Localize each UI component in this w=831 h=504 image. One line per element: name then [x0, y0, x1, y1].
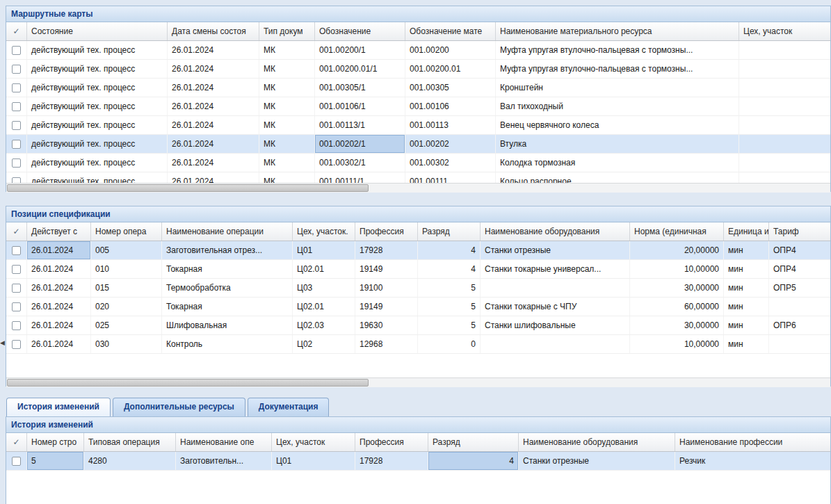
- cell[interactable]: мин: [724, 298, 769, 316]
- cell[interactable]: Ц03: [293, 279, 355, 297]
- cell[interactable]: [739, 41, 830, 59]
- column-header[interactable]: Профессия: [355, 222, 418, 241]
- hscrollbar-thumb[interactable]: [7, 184, 369, 192]
- cell[interactable]: действующий тех. процесс: [27, 41, 168, 59]
- cell[interactable]: 001.00106: [405, 97, 496, 115]
- cell[interactable]: 12968: [355, 335, 418, 353]
- cell[interactable]: [481, 335, 630, 353]
- column-header[interactable]: Наименование опе: [176, 433, 272, 451]
- table-row[interactable]: действующий тех. процесс26.01.2024МК001.…: [6, 97, 830, 116]
- cell[interactable]: 0: [418, 335, 481, 353]
- cell[interactable]: Ц02.01: [293, 298, 355, 316]
- cell[interactable]: Ц01: [272, 452, 355, 470]
- cell[interactable]: 20,00000: [630, 241, 724, 259]
- cell[interactable]: 26.01.2024: [168, 79, 259, 97]
- cell[interactable]: МК: [259, 172, 315, 183]
- column-header[interactable]: Обозначение мате: [405, 22, 496, 40]
- cell[interactable]: 26.01.2024: [168, 97, 259, 115]
- cell[interactable]: Ц01: [293, 241, 355, 259]
- cell[interactable]: Венец червячного колеса: [496, 116, 739, 134]
- cell[interactable]: действующий тех. процесс: [27, 60, 168, 78]
- cell[interactable]: [769, 298, 830, 316]
- table-row[interactable]: 26.01.2024020ТокарнаяЦ02.01191495Станки …: [6, 298, 830, 316]
- cell[interactable]: 001.00200.01: [405, 60, 496, 78]
- cell[interactable]: 26.01.2024: [168, 116, 259, 134]
- cell[interactable]: Станки отрезные: [481, 241, 630, 259]
- cell[interactable]: 5: [418, 279, 481, 297]
- cell[interactable]: Кронштейн: [496, 79, 739, 97]
- table-row[interactable]: 26.01.2024010ТокарнаяЦ02.01191494Станки …: [6, 260, 830, 279]
- cell[interactable]: Станки токарные с ЧПУ: [481, 298, 630, 316]
- cell[interactable]: Ц02.01: [293, 260, 355, 278]
- cell[interactable]: 10,00000: [630, 335, 724, 353]
- cell[interactable]: 5: [418, 316, 481, 334]
- cell[interactable]: Контроль: [162, 335, 293, 353]
- column-header[interactable]: Наименование профессии: [675, 433, 831, 451]
- cell[interactable]: действующий тех. процесс: [27, 172, 168, 183]
- row-checkbox[interactable]: [12, 83, 21, 92]
- row-checkbox[interactable]: [12, 284, 21, 293]
- cell[interactable]: Муфта упругая втулочно-пальцевая с тормо…: [496, 41, 739, 59]
- cell[interactable]: действующий тех. процесс: [27, 116, 168, 134]
- cell[interactable]: МК: [259, 60, 315, 78]
- column-header[interactable]: Наименование операции: [162, 222, 293, 241]
- cell[interactable]: 005: [91, 241, 162, 259]
- cell[interactable]: 26.01.2024: [27, 298, 91, 316]
- cell[interactable]: 19630: [355, 316, 418, 334]
- cell[interactable]: 001.00302: [405, 154, 496, 172]
- table-row[interactable]: действующий тех. процесс26.01.2024МК001.…: [6, 116, 830, 135]
- cell[interactable]: ОПР5: [769, 279, 830, 297]
- cell[interactable]: мин: [724, 335, 769, 353]
- column-header[interactable]: Номер опера: [91, 222, 162, 241]
- cell[interactable]: [769, 335, 830, 353]
- cell[interactable]: [739, 172, 830, 183]
- row-checkbox[interactable]: [12, 140, 21, 149]
- cell[interactable]: 001.00106/1: [315, 97, 405, 115]
- select-all-header[interactable]: ✓: [6, 222, 27, 241]
- cell[interactable]: Станки токарные универсал...: [481, 260, 630, 278]
- tab-item[interactable]: Документация: [248, 398, 330, 416]
- table-row[interactable]: действующий тех. процесс26.01.2024МК001.…: [6, 41, 830, 60]
- column-header[interactable]: Цех, участок.: [293, 222, 355, 241]
- cell[interactable]: Вал тихоходный: [496, 97, 739, 115]
- cell[interactable]: 001.00202/1: [315, 135, 405, 153]
- cell[interactable]: 17928: [355, 241, 418, 259]
- cell[interactable]: 26.01.2024: [168, 154, 259, 172]
- row-checkbox[interactable]: [12, 246, 21, 255]
- cell[interactable]: МК: [259, 41, 315, 59]
- column-header[interactable]: Наименование оборудования: [481, 222, 630, 241]
- cell[interactable]: Шлифовальная: [162, 316, 293, 334]
- cell[interactable]: 10,00000: [630, 260, 724, 278]
- cell[interactable]: 001.00200: [405, 41, 496, 59]
- spec-positions-hscrollbar[interactable]: [6, 377, 830, 387]
- column-header[interactable]: Разряд: [418, 222, 481, 241]
- cell[interactable]: 19100: [355, 279, 418, 297]
- cell[interactable]: мин: [724, 260, 769, 278]
- row-checkbox[interactable]: [12, 121, 21, 130]
- column-header[interactable]: Типовая операция: [84, 433, 176, 451]
- table-row[interactable]: 26.01.2024005Заготовительная отрез...Ц01…: [6, 241, 830, 260]
- cell[interactable]: 020: [91, 298, 162, 316]
- column-header[interactable]: Разряд: [428, 433, 519, 451]
- select-all-header[interactable]: ✓: [6, 433, 27, 451]
- collapse-left-arrow[interactable]: ◀: [0, 336, 6, 350]
- cell[interactable]: Заготовительная отрез...: [162, 241, 293, 259]
- cell[interactable]: 001.00111/1: [315, 172, 405, 183]
- cell[interactable]: Заготовительн...: [176, 452, 272, 470]
- tab-item[interactable]: Дополнительные ресурсы: [113, 398, 245, 416]
- cell[interactable]: 26.01.2024: [27, 241, 91, 259]
- row-checkbox[interactable]: [12, 457, 21, 466]
- table-row[interactable]: действующий тех. процесс26.01.2024МК001.…: [6, 60, 830, 79]
- column-header[interactable]: Дата смены состоя: [168, 22, 259, 40]
- table-row[interactable]: действующий тех. процесс26.01.2024МК001.…: [6, 135, 830, 154]
- column-header[interactable]: Единица и: [724, 222, 769, 241]
- row-checkbox[interactable]: [12, 340, 21, 349]
- cell[interactable]: 4: [428, 452, 519, 470]
- cell[interactable]: 19149: [355, 298, 418, 316]
- cell[interactable]: [739, 116, 830, 134]
- column-header[interactable]: Профессия: [355, 433, 428, 451]
- cell[interactable]: Кольцо распорное: [496, 172, 739, 183]
- cell[interactable]: Муфта упругая втулочно-пальцевая с тормо…: [496, 60, 739, 78]
- cell[interactable]: Термообработка: [162, 279, 293, 297]
- cell[interactable]: Станки шлифовальные: [481, 316, 630, 334]
